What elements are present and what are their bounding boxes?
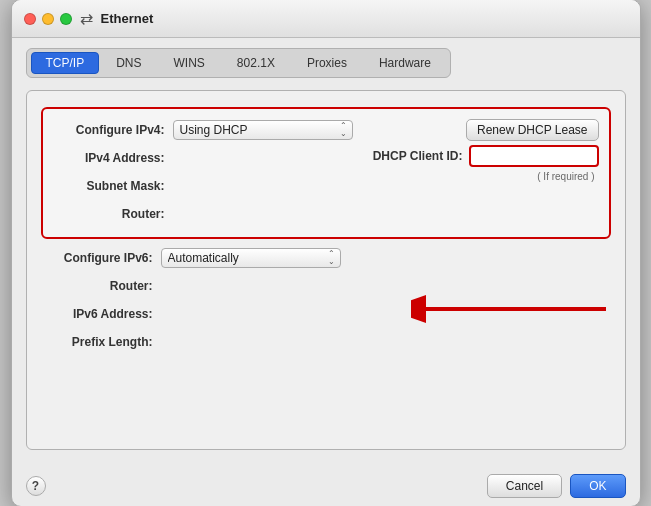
tab-hardware[interactable]: Hardware (364, 52, 446, 74)
configure-ipv4-wrapper[interactable]: Using DHCP Manually Using BootP Off (173, 120, 353, 140)
ipv4-router-label: Router: (53, 207, 173, 221)
cancel-button[interactable]: Cancel (487, 474, 562, 498)
action-buttons: Cancel OK (487, 474, 626, 498)
dhcp-client-input[interactable] (469, 145, 599, 167)
subnet-mask-label: Subnet Mask: (53, 179, 173, 193)
ipv4-address-row: IPv4 Address: (53, 147, 369, 169)
if-required-text: ( If required ) (537, 171, 594, 182)
ipv6-address-label: IPv6 Address: (41, 307, 161, 321)
window-controls (24, 13, 72, 25)
tab-proxies[interactable]: Proxies (292, 52, 362, 74)
tab-wins[interactable]: WINS (159, 52, 220, 74)
ethernet-icon: ⇄ (80, 9, 93, 28)
ok-button[interactable]: OK (570, 474, 625, 498)
ipv4-address-label: IPv4 Address: (53, 151, 173, 165)
ipv4-right: Renew DHCP Lease DHCP Client ID: ( If re… (369, 119, 599, 231)
renew-dhcp-button[interactable]: Renew DHCP Lease (466, 119, 599, 141)
title-bar: ⇄ Ethernet (12, 0, 640, 38)
bottom-bar: ? Cancel OK (12, 464, 640, 506)
tab-tcpip[interactable]: TCP/IP (31, 52, 100, 74)
main-window: ⇄ Ethernet TCP/IP DNS WINS 802.1X Proxie… (11, 0, 641, 506)
content-area: TCP/IP DNS WINS 802.1X Proxies Hardware … (12, 38, 640, 464)
ipv4-left: Configure IPv4: Using DHCP Manually Usin… (53, 119, 369, 231)
ipv4-section: Configure IPv4: Using DHCP Manually Usin… (41, 107, 611, 239)
ipv4-inner: Configure IPv4: Using DHCP Manually Usin… (53, 119, 599, 231)
configure-ipv4-row: Configure IPv4: Using DHCP Manually Usin… (53, 119, 369, 141)
close-button[interactable] (24, 13, 36, 25)
ipv4-router-row: Router: (53, 203, 369, 225)
configure-ipv4-label: Configure IPv4: (53, 123, 173, 137)
configure-ipv6-row: Configure IPv6: Automatically Manually O… (41, 247, 611, 269)
configure-ipv4-select[interactable]: Using DHCP Manually Using BootP Off (173, 120, 353, 140)
configure-ipv6-select[interactable]: Automatically Manually Off (161, 248, 341, 268)
help-button[interactable]: ? (26, 476, 46, 496)
ipv6-router-label: Router: (41, 279, 161, 293)
maximize-button[interactable] (60, 13, 72, 25)
settings-panel: Configure IPv4: Using DHCP Manually Usin… (26, 90, 626, 450)
configure-ipv6-label: Configure IPv6: (41, 251, 161, 265)
window-title: Ethernet (101, 11, 154, 26)
dhcp-client-row: DHCP Client ID: (373, 145, 599, 167)
tab-8021x[interactable]: 802.1X (222, 52, 290, 74)
minimize-button[interactable] (42, 13, 54, 25)
prefix-length-label: Prefix Length: (41, 335, 161, 349)
dhcp-client-label: DHCP Client ID: (373, 149, 463, 163)
arrow-annotation (411, 284, 611, 337)
tab-bar: TCP/IP DNS WINS 802.1X Proxies Hardware (26, 48, 451, 78)
tab-dns[interactable]: DNS (101, 52, 156, 74)
subnet-mask-row: Subnet Mask: (53, 175, 369, 197)
configure-ipv6-wrapper[interactable]: Automatically Manually Off (161, 248, 341, 268)
